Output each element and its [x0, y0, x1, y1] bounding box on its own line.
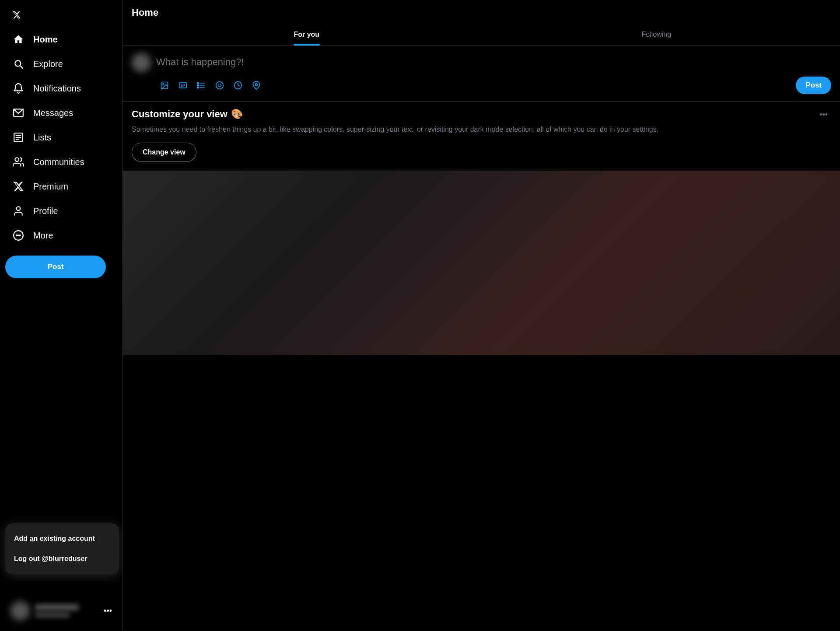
customize-card-title: Customize your view 🎨: [132, 109, 831, 120]
blurred-feed-image: [123, 171, 840, 355]
avatar: [10, 601, 30, 620]
compose-post-button[interactable]: Post: [796, 77, 831, 94]
svg-point-10: [20, 235, 21, 236]
svg-text:GIF: GIF: [180, 84, 185, 87]
sidebar-item-label-premium: Premium: [33, 181, 68, 192]
profile-icon: [12, 205, 24, 217]
svg-point-5: [15, 158, 19, 161]
sidebar-item-messages[interactable]: Messages: [5, 102, 117, 124]
account-popup-menu: Add an existing account Log out @blurred…: [5, 523, 119, 574]
post-button[interactable]: Post: [5, 256, 106, 278]
lists-icon: [12, 131, 24, 144]
main-header: Home For you Following: [123, 0, 840, 46]
account-info: [35, 604, 98, 617]
emoji-icon[interactable]: [211, 77, 228, 94]
sidebar-nav: Home Explore Notifications Messages: [5, 28, 117, 249]
compose-icon-bar: GIF: [156, 77, 265, 94]
sidebar-item-label-more: More: [33, 230, 53, 241]
compose-toolbar: GIF: [156, 77, 831, 94]
sidebar-item-profile[interactable]: Profile: [5, 200, 117, 222]
search-icon: [12, 58, 24, 70]
card-more-button[interactable]: •••: [816, 109, 831, 121]
tab-bar: For you Following: [132, 24, 831, 46]
sidebar-item-premium[interactable]: Premium: [5, 175, 117, 198]
image-upload-icon[interactable]: [156, 77, 173, 94]
x-logo-icon: [12, 8, 21, 22]
svg-point-25: [256, 84, 258, 86]
customize-title-text: Customize your view: [132, 109, 228, 120]
svg-point-12: [163, 84, 164, 85]
add-existing-account-item[interactable]: Add an existing account: [5, 529, 119, 549]
location-icon[interactable]: [248, 77, 265, 94]
sidebar-item-notifications[interactable]: Notifications: [5, 77, 117, 100]
svg-point-21: [216, 82, 224, 89]
sidebar-item-label-home: Home: [33, 34, 58, 45]
bell-icon: [12, 82, 24, 95]
sidebar-item-explore[interactable]: Explore: [5, 53, 117, 75]
svg-point-8: [16, 235, 17, 236]
more-icon: [12, 229, 24, 242]
svg-point-19: [197, 84, 199, 86]
page-title: Home: [132, 7, 831, 24]
account-switcher[interactable]: •••: [5, 596, 117, 626]
sidebar: Home Explore Notifications Messages: [0, 0, 122, 631]
tab-for-you[interactable]: For you: [132, 24, 482, 46]
sidebar-item-lists[interactable]: Lists: [5, 126, 117, 149]
home-icon: [12, 33, 24, 46]
sidebar-item-label-lists: Lists: [33, 132, 51, 143]
sidebar-item-home[interactable]: Home: [5, 28, 117, 51]
sidebar-item-label-communities: Communities: [33, 157, 84, 167]
change-view-button[interactable]: Change view: [132, 143, 196, 162]
mail-icon: [12, 107, 24, 119]
blurred-image-background: [123, 171, 840, 355]
poll-icon[interactable]: [193, 77, 210, 94]
compose-area: GIF: [123, 46, 840, 102]
svg-point-18: [197, 82, 199, 84]
main-content: Home For you Following: [122, 0, 840, 631]
customize-title-emoji: 🎨: [231, 109, 243, 120]
svg-point-20: [197, 87, 199, 88]
account-more-dots: •••: [104, 606, 112, 616]
logout-item[interactable]: Log out @blurreduser: [5, 549, 119, 569]
sidebar-item-communities[interactable]: Communities: [5, 151, 117, 173]
gif-icon[interactable]: GIF: [175, 77, 191, 94]
sidebar-item-label-explore: Explore: [33, 59, 63, 69]
svg-point-6: [17, 207, 21, 210]
communities-icon: [12, 156, 24, 168]
schedule-icon[interactable]: [230, 77, 246, 94]
sidebar-item-label-messages: Messages: [33, 108, 73, 118]
compose-right-panel: GIF: [156, 53, 831, 94]
sidebar-item-label-notifications: Notifications: [33, 83, 81, 94]
sidebar-item-label-profile: Profile: [33, 206, 58, 216]
logout-label: Log out @blurreduser: [14, 555, 88, 562]
svg-point-9: [18, 235, 19, 236]
sidebar-item-more[interactable]: More: [5, 224, 117, 247]
account-name: [35, 604, 79, 610]
user-avatar: [132, 53, 151, 72]
x-logo[interactable]: [5, 4, 28, 26]
tab-following[interactable]: Following: [482, 24, 832, 46]
customize-view-card: ••• Customize your view 🎨 Sometimes you …: [123, 102, 840, 171]
account-handle: [35, 612, 70, 617]
compose-input[interactable]: [156, 53, 831, 71]
customize-card-description: Sometimes you need to freshen things up …: [132, 124, 831, 135]
premium-icon: [12, 180, 24, 193]
